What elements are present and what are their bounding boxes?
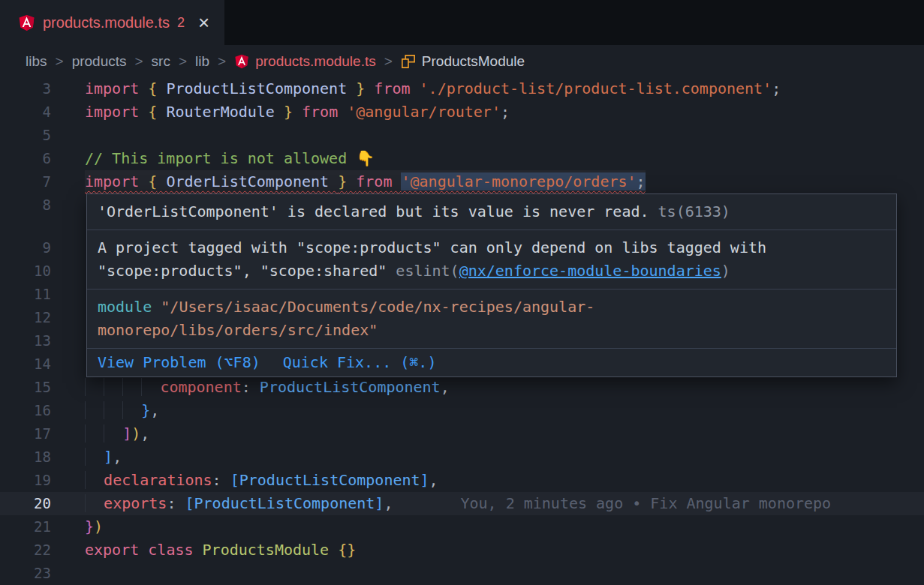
line-number[interactable]: 8 (0, 194, 51, 217)
code-line-21[interactable]: 21}) (0, 515, 924, 538)
token: : (242, 378, 260, 396)
code-line-3[interactable]: 3import { ProductListComponent } from '.… (0, 77, 924, 100)
module-path: "/Users/isaac/Documents/code/nx-recipes/… (98, 298, 594, 339)
token: ) (131, 424, 140, 442)
token: } (338, 172, 347, 190)
tab-title: products.module.ts (43, 14, 170, 32)
git-blame-annotation: You, 2 minutes ago • Fix Angular monorep… (460, 494, 831, 512)
code-content: import { RouterModule } from '@angular/r… (85, 100, 510, 124)
breadcrumb-libs[interactable]: libs (26, 53, 47, 70)
token: } (356, 80, 365, 98)
token: export (85, 541, 139, 559)
view-problem-action[interactable]: View Problem (⌥F8) (98, 351, 260, 374)
line-number[interactable]: 10 (0, 260, 51, 283)
eslint-rule-link[interactable]: @nx/enforce-module-boundaries (459, 262, 721, 280)
line-number[interactable]: 9 (0, 236, 51, 260)
breadcrumb: libs > products > src > lib > products.m… (0, 45, 924, 77)
token: { (148, 172, 157, 190)
line-number[interactable]: 5 (0, 124, 51, 147)
line-number[interactable]: 16 (0, 399, 51, 422)
indent-guide (122, 378, 141, 396)
code-content: import { OrderListComponent } from '@ang… (85, 170, 646, 194)
breadcrumb-symbol[interactable]: ProductsModule (422, 53, 525, 70)
code-editor[interactable]: 3import { ProductListComponent } from '.… (0, 77, 924, 585)
chevron-right-icon: > (56, 53, 64, 70)
token: : (212, 471, 230, 489)
token: : (167, 494, 185, 512)
line-number[interactable]: 7 (0, 170, 51, 194)
token: exports (104, 494, 167, 512)
token: ] (104, 448, 113, 466)
code-line-15[interactable]: 15 component: ProductListComponent, (0, 376, 924, 399)
line-number[interactable]: 12 (0, 306, 51, 329)
line-number[interactable]: 21 (0, 515, 51, 538)
code-line-4[interactable]: 4import { RouterModule } from '@angular/… (0, 100, 924, 124)
breadcrumb-products[interactable]: products (72, 53, 127, 70)
token: , (429, 471, 438, 489)
line-number[interactable]: 13 (0, 329, 51, 352)
breadcrumb-file[interactable]: products.module.ts (255, 53, 376, 70)
line-number[interactable]: 20 (0, 492, 51, 515)
token: ProductListComponent (194, 494, 375, 512)
tab-problems-badge: 2 (177, 15, 185, 31)
code-line-16[interactable]: 16 }, (0, 399, 924, 422)
code-content: }, (85, 399, 159, 422)
line-number[interactable]: 3 (0, 77, 51, 100)
token: // This import is not allowed (85, 149, 356, 167)
hover-module-info: module "/Users/isaac/Documents/code/nx-r… (87, 290, 896, 349)
token: ; (772, 80, 781, 98)
hover-widget: 'OrderListComponent' is declared but its… (86, 194, 897, 377)
token: { (148, 103, 157, 121)
line-number[interactable]: 18 (0, 446, 51, 469)
code-line-19[interactable]: 19 declarations: [ProductListComponent], (0, 469, 924, 492)
line-number[interactable]: 4 (0, 100, 51, 124)
close-icon[interactable]: × (198, 13, 209, 32)
code-line-22[interactable]: 22export class ProductsModule {} (0, 538, 924, 562)
code-content: }) (85, 515, 103, 538)
hover-status-bar: View Problem (⌥F8) Quick Fix... (⌘.) (87, 349, 896, 376)
token: './product-list/product-list.component' (420, 80, 772, 98)
chevron-right-icon: > (384, 53, 393, 70)
token: } (284, 103, 293, 121)
hover-ts-diagnostic: 'OrderListComponent' is declared but its… (87, 194, 896, 230)
token: , (113, 448, 122, 466)
code-line-6[interactable]: 6// This import is not allowed 👇 (0, 147, 924, 170)
token (365, 80, 374, 98)
token: 👇 (356, 149, 375, 167)
code-line-7[interactable]: 7import { OrderListComponent } from '@an… (0, 170, 924, 194)
line-number[interactable]: 6 (0, 147, 51, 170)
quick-fix-action[interactable]: Quick Fix... (⌘.) (283, 351, 437, 374)
indent-guide (104, 401, 122, 419)
token: OrderListComponent (157, 172, 338, 190)
token: from (356, 172, 392, 190)
token: } (85, 518, 94, 536)
token: ] (375, 494, 384, 512)
line-number[interactable]: 19 (0, 469, 51, 492)
indent-guide (85, 378, 104, 396)
token: declarations (104, 471, 212, 489)
code-line-20[interactable]: 20 exports: [ProductListComponent],You, … (0, 492, 924, 515)
tab-products-module[interactable]: products.module.ts 2 × (0, 0, 224, 45)
code-line-5[interactable]: 5 (0, 124, 924, 147)
token: from (302, 103, 338, 121)
line-number[interactable]: 11 (0, 283, 51, 306)
line-number[interactable]: 23 (0, 562, 51, 585)
breadcrumb-lib[interactable]: lib (195, 53, 209, 70)
line-number[interactable]: 14 (0, 352, 51, 376)
token (347, 172, 356, 190)
line-number[interactable]: 17 (0, 422, 51, 446)
line-number[interactable]: 15 (0, 376, 51, 399)
code-line-18[interactable]: 18 ], (0, 446, 924, 469)
token: from (374, 80, 410, 98)
code-content: exports: [ProductListComponent],You, 2 m… (85, 492, 831, 515)
line-number[interactable]: 22 (0, 538, 51, 562)
module-declaration: module "/Users/isaac/Documents/code/nx-r… (98, 296, 698, 342)
indent-guide (104, 378, 122, 396)
code-line-23[interactable]: 23 (0, 562, 924, 585)
token: [ (185, 494, 194, 512)
code-line-17[interactable]: 17 ]), (0, 422, 924, 446)
breadcrumb-src[interactable]: src (152, 53, 170, 70)
token (139, 541, 148, 559)
token: , (150, 401, 159, 419)
code-content: export class ProductsModule {} (85, 538, 356, 562)
